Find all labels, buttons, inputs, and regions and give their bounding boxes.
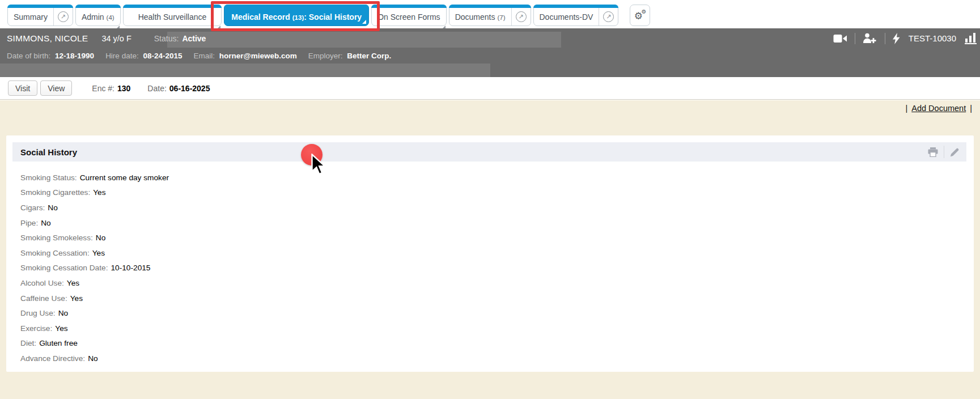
field-value: Yes [67,279,79,287]
dob-label: Date of birth: [7,52,50,60]
external-link-icon: ↗ [603,11,614,22]
field-label: Smoking Cessation Date: [20,264,108,272]
field-row: Diet: Gluten free [20,336,974,351]
field-label: Advance Directive: [20,354,85,363]
tab-summary-popout-button[interactable]: ↗ [53,5,73,26]
field-row: Caffeine Use: Yes [20,291,974,306]
tab-dropdown-fold-icon[interactable] [362,20,366,24]
employer-label: Employer: [308,52,343,60]
field-value: 10-10-2015 [111,264,150,272]
field-label: Diet: [20,339,36,347]
edit-pencil-icon[interactable] [950,147,960,157]
divider [885,33,885,44]
field-row: Smoking Status: Current some day smoker [20,170,974,185]
email-label: Email: [193,52,215,60]
field-row: Cigars: No [20,200,974,215]
field-value: No [41,219,51,227]
tab-documents[interactable]: Documents (7) ↗ [449,5,531,26]
field-row: Pipe: No [20,215,974,231]
field-label: Alcohol Use: [20,279,64,287]
bar-chart-icon[interactable] [965,33,977,44]
field-label: Smoking Status: [20,173,77,182]
patient-demographics-row: Date of birth: 12-18-1990 Hire date: 08-… [0,48,980,63]
patient-header-toolbar: TEST-10030 [833,28,977,48]
tab-medical-record-suffix: : Social History [304,12,362,22]
gears-icon: ⚙ [641,9,646,15]
field-value: Yes [70,294,83,303]
field-row: Smoking Cessation: Yes [20,245,974,261]
social-history-fields: Smoking Status: Current some day smoker … [20,170,974,366]
field-value: Current some day smoker [80,173,169,182]
field-row: Exercise: Yes [20,321,974,336]
print-icon[interactable] [928,147,938,157]
tab-medical-record-count: (13) [292,14,304,21]
pipe-separator: | [970,104,972,113]
tab-settings-button[interactable]: ⚙ ⚙ [630,5,650,26]
enc-date-value: 06-16-2025 [169,84,210,93]
view-button[interactable]: View [40,80,72,96]
patient-age-sex: 34 y/o F [101,34,131,43]
tab-documents-dv-popout-button[interactable]: ↗ [599,5,618,26]
field-row: Smoking Smokeless: No [20,230,974,245]
field-value: No [48,203,58,212]
field-label: Caffeine Use: [20,294,67,303]
tab-documents-label: Documents [455,12,495,22]
tab-medical-record-label: Medical Record [231,12,290,22]
app-window: Summary ↗ Admin (4) Health Surveillance … [0,0,980,399]
tab-health-surveillance-label: Health Surveillance [138,12,207,22]
pipe-separator: | [905,104,907,113]
add-user-icon[interactable] [863,33,877,44]
tab-admin[interactable]: Admin (4) [75,5,121,26]
patient-name: SIMMONS, NICOLE [7,33,88,44]
field-value: Gluten free [39,339,78,347]
divider [944,146,944,158]
hire-date-label: Hire date: [105,52,139,60]
lightning-icon[interactable] [893,33,900,44]
header-field-box [0,63,490,77]
field-label: Smoking Cessation: [20,249,90,257]
chart-id: TEST-10030 [909,33,956,43]
enc-number-value: 130 [117,84,130,93]
field-value: Yes [93,188,105,197]
tab-documents-dv-label: Documents-DV [540,12,593,22]
tab-health-surveillance[interactable]: Health Surveillance [123,5,222,26]
field-value: No [96,234,106,242]
field-value: No [88,354,98,363]
tab-documents-popout-button[interactable]: ↗ [511,5,531,26]
field-label: Exercise: [20,324,52,333]
field-value: No [58,309,69,317]
dob-value: 12-18-1990 [55,52,94,60]
tab-summary-label: Summary [14,12,48,22]
tab-documents-dv[interactable]: Documents-DV ↗ [533,5,619,26]
tab-admin-count: (4) [107,14,114,21]
content-area: | Add Document | Social History [0,100,980,399]
tab-on-screen-forms[interactable]: On Screen Forms [371,5,446,26]
hire-date-value: 08-24-2015 [143,52,182,60]
field-label: Drug Use: [20,309,56,317]
visit-button[interactable]: Visit [8,80,37,96]
enc-number-label: Enc #: [92,84,114,93]
field-label: Smoking Smokeless: [20,234,93,242]
field-row: Drug Use: No [20,305,974,321]
field-row: Smoking Cessation Date: 10-10-2015 [20,261,974,276]
encounter-bar: Visit View Enc #: 130 Date: 06-16-2025 [0,77,980,100]
field-label: Cigars: [20,203,45,212]
field-value: Yes [55,324,67,333]
field-row: Alcohol Use: Yes [20,275,974,291]
tab-documents-count: (7) [497,14,505,21]
add-document-link[interactable]: Add Document [911,104,966,113]
status-label: Status: [154,34,179,43]
external-link-icon: ↗ [516,11,527,22]
field-value: Yes [92,249,105,257]
social-history-panel-header: Social History [12,142,966,162]
external-link-icon: ↗ [58,11,69,22]
document-actions: | Add Document | [905,104,972,113]
chart-tab-bar: Summary ↗ Admin (4) Health Surveillance … [0,0,980,28]
panel-title: Social History [20,147,77,157]
tab-admin-label: Admin [82,12,104,22]
tab-summary[interactable]: Summary ↗ [7,5,73,26]
field-row: Smoking Cigarettes: Yes [20,185,974,201]
tab-medical-record-active[interactable]: Medical Record (13) : Social History [224,5,369,26]
field-label: Pipe: [20,219,38,227]
video-camera-icon[interactable] [833,34,847,43]
